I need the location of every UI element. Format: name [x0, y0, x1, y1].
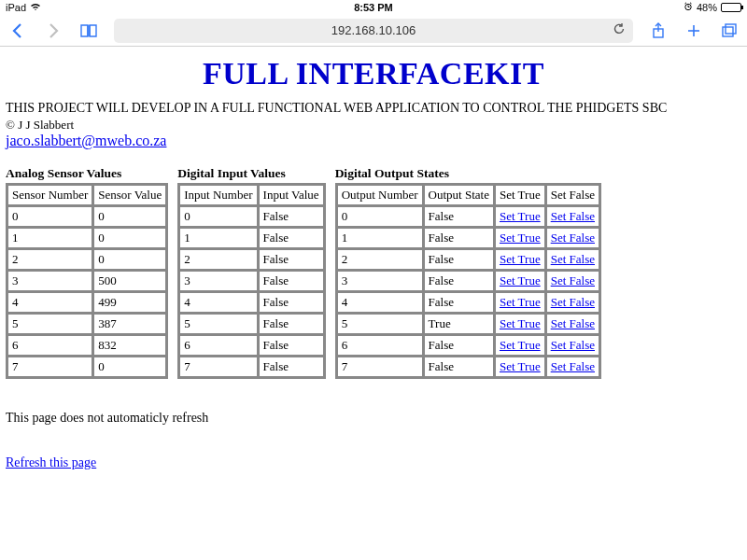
sensor-value: 0: [93, 206, 166, 227]
browser-toolbar: 192.168.10.106: [0, 15, 747, 47]
digital-out-table: Output Number Output State Set True Set …: [335, 183, 601, 379]
output-number: 0: [337, 206, 423, 227]
table-row: 1 0: [7, 228, 166, 248]
back-button[interactable]: [7, 21, 28, 41]
table-row: 4 499: [7, 292, 166, 313]
output-state: False: [424, 292, 494, 313]
sensor-number: 4: [7, 292, 92, 313]
output-state: False: [424, 228, 494, 248]
table-row: 6 False Set True Set False: [337, 335, 599, 356]
digital-out-col2: Output State: [424, 185, 494, 205]
set-true-link[interactable]: Set True: [500, 252, 541, 266]
table-row: 6 832: [7, 335, 166, 356]
sensor-value: 387: [93, 314, 166, 334]
sensor-number: 7: [7, 357, 92, 377]
output-number: 1: [337, 228, 423, 248]
set-false-link[interactable]: Set False: [551, 231, 595, 245]
footer-note: This page does not automaticly refresh: [6, 411, 741, 426]
set-false-link[interactable]: Set False: [551, 316, 595, 330]
table-row: 0 False: [179, 206, 323, 227]
table-row: 3 False Set True Set False: [337, 271, 599, 291]
output-number: 3: [337, 271, 423, 291]
input-value: False: [259, 335, 324, 356]
svg-rect-9: [723, 27, 733, 36]
input-number: 0: [179, 206, 257, 227]
email-link[interactable]: jaco.slabbert@mweb.co.za: [6, 133, 166, 148]
battery-icon: [721, 3, 741, 12]
sensor-value: 499: [93, 292, 166, 313]
set-true-link[interactable]: Set True: [500, 338, 541, 352]
digital-in-col1: Input Number: [179, 185, 257, 205]
set-true-link[interactable]: Set True: [500, 316, 541, 330]
sensor-value: 0: [93, 249, 166, 270]
table-row: 0 0: [7, 206, 166, 227]
analog-block: Analog Sensor Values Sensor Number Senso…: [6, 166, 168, 379]
set-false-link[interactable]: Set False: [551, 359, 595, 373]
share-button[interactable]: [648, 21, 669, 41]
table-row: 2 0: [7, 249, 166, 270]
table-row: 7 False Set True Set False: [337, 357, 599, 377]
input-value: False: [259, 292, 324, 313]
set-false-link[interactable]: Set False: [551, 338, 595, 352]
digital-out-col3: Set True: [495, 185, 545, 205]
table-row: 5 False: [179, 314, 323, 334]
page-title: FULL INTERFACEKIT: [6, 56, 741, 91]
set-false-link[interactable]: Set False: [551, 273, 595, 287]
svg-line-4: [690, 3, 692, 4]
digital-out-title: Digital Output States: [335, 166, 601, 181]
input-value: False: [259, 249, 324, 270]
table-row: 1 False: [179, 228, 323, 248]
battery-percent: 48%: [697, 2, 717, 13]
sensor-value: 0: [93, 357, 166, 377]
forward-button[interactable]: [43, 21, 63, 41]
analog-rows: 0 0 1 0 2 0 3 500 4 499 5: [7, 206, 166, 377]
refresh-link[interactable]: Refresh this page: [6, 455, 96, 470]
digital-out-col4: Set False: [546, 185, 599, 205]
set-true-link[interactable]: Set True: [500, 209, 541, 223]
output-number: 2: [337, 249, 423, 270]
input-number: 6: [179, 335, 257, 356]
intro-text: THIS PROJECT WILL DEVELOP IN A FULL FUNC…: [6, 101, 741, 116]
reload-icon[interactable]: [613, 22, 626, 38]
input-number: 5: [179, 314, 257, 334]
set-false-link[interactable]: Set False: [551, 209, 595, 223]
output-state: False: [424, 271, 494, 291]
status-time: 8:53 PM: [0, 2, 747, 13]
alarm-icon: [684, 2, 693, 13]
tabs-button[interactable]: [719, 21, 740, 41]
bookmarks-button[interactable]: [78, 21, 99, 41]
address-bar[interactable]: 192.168.10.106: [114, 19, 633, 43]
output-state: False: [424, 335, 494, 356]
output-number: 6: [337, 335, 423, 356]
input-number: 2: [179, 249, 257, 270]
status-bar: iPad 8:53 PM 48%: [0, 0, 747, 15]
copyright-text: © J J Slabbert: [6, 118, 741, 133]
table-row: 3 500: [7, 271, 166, 291]
digital-in-table: Input Number Input Value 0 False 1 False…: [177, 183, 325, 379]
sensor-number: 6: [7, 335, 92, 356]
sensor-number: 5: [7, 314, 92, 334]
input-number: 4: [179, 292, 257, 313]
table-row: 1 False Set True Set False: [337, 228, 599, 248]
table-row: 2 False Set True Set False: [337, 249, 599, 270]
analog-col2: Sensor Value: [93, 185, 166, 205]
svg-rect-10: [726, 24, 736, 34]
analog-title: Analog Sensor Values: [6, 166, 168, 181]
set-true-link[interactable]: Set True: [500, 231, 541, 245]
set-false-link[interactable]: Set False: [551, 252, 595, 266]
set-true-link[interactable]: Set True: [500, 295, 541, 309]
table-row: 4 False: [179, 292, 323, 313]
digital-in-block: Digital Input Values Input Number Input …: [177, 166, 325, 379]
input-number: 7: [179, 357, 257, 377]
output-state: True: [424, 314, 494, 334]
new-tab-button[interactable]: [684, 21, 704, 41]
digital-in-title: Digital Input Values: [177, 166, 325, 181]
set-true-link[interactable]: Set True: [500, 359, 541, 373]
input-value: False: [259, 271, 324, 291]
set-false-link[interactable]: Set False: [551, 295, 595, 309]
input-value: False: [259, 314, 324, 334]
set-true-link[interactable]: Set True: [500, 273, 541, 287]
sensor-number: 0: [7, 206, 92, 227]
digital-in-col2: Input Value: [259, 185, 324, 205]
output-number: 5: [337, 314, 423, 334]
